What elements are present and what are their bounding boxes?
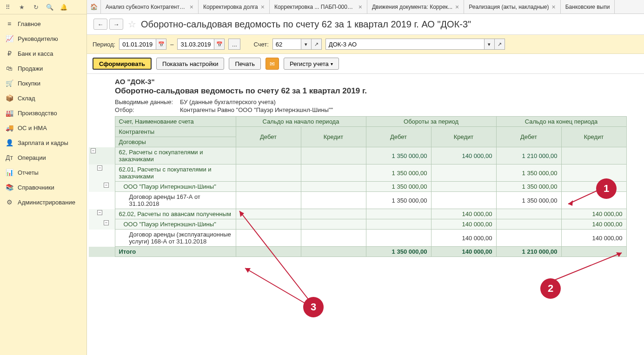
period-to-input[interactable] <box>178 39 214 49</box>
table-row[interactable]: − 62, Расчеты с покупателями и заказчика… <box>89 147 626 164</box>
sidebar-item[interactable]: ≡Главное <box>0 16 86 31</box>
collapse-icon[interactable]: − <box>104 183 109 188</box>
sidebar-item-label: Покупки <box>18 80 40 87</box>
cell <box>301 182 366 192</box>
org-input[interactable] <box>326 39 484 49</box>
cell <box>301 164 366 182</box>
org-open-icon[interactable]: ↗ <box>494 39 505 49</box>
cell <box>561 192 626 209</box>
forward-button[interactable]: → <box>109 19 123 30</box>
th-debit3: Дебет <box>496 127 561 147</box>
sidebar-item-label: Справочники <box>18 184 54 191</box>
table-row[interactable]: − ООО "Пауэр Интернэшнл-Шины" 1 350 000,… <box>89 182 626 192</box>
sidebar-item[interactable]: 🛒Покупки <box>0 76 86 91</box>
sidebar-item[interactable]: 🏭Производство <box>0 105 86 120</box>
period-from-input[interactable] <box>120 39 156 49</box>
table-row[interactable]: − 62.01, Расчеты с покупателями и заказч… <box>89 164 626 182</box>
sidebar-icon: ≡ <box>6 20 13 27</box>
sidebar-item-label: Операции <box>18 154 46 161</box>
sidebar-item[interactable]: ⚙Администрирование <box>0 195 86 210</box>
history-icon[interactable]: ↻ <box>32 3 40 11</box>
cell: 140 000,00 <box>431 230 496 247</box>
account-dropdown-icon[interactable]: ▾ <box>301 39 311 49</box>
account-input[interactable] <box>273 39 301 49</box>
calendar-from-icon[interactable]: 📅 <box>156 39 166 49</box>
table-row[interactable]: − ООО "Пауэр Интернэшнл-Шины" 140 000,00… <box>89 219 626 230</box>
cell <box>301 230 366 247</box>
th-turnover: Обороты за период <box>366 117 496 127</box>
back-button[interactable]: ← <box>93 19 107 30</box>
cell <box>561 164 626 182</box>
sidebar-item[interactable]: ₽Банк и касса <box>0 46 86 61</box>
sidebar-item-label: Отчеты <box>18 169 39 176</box>
tab-title: Корректировка долга <box>203 4 258 10</box>
apps-icon[interactable]: ⠿ <box>4 3 12 11</box>
sidebar-item[interactable]: ДтОперации <box>0 150 86 165</box>
sidebar-icon: ⚙ <box>6 198 13 206</box>
cell <box>236 182 301 192</box>
collapse-icon[interactable]: − <box>97 210 102 215</box>
sidebar-item-label: Производство <box>18 110 57 117</box>
sidebar-item[interactable]: 📊Отчеты <box>0 165 86 180</box>
cell <box>496 209 561 219</box>
cell <box>236 164 301 182</box>
period-toolbar: Период: 📅 – 📅 ... Счет: ▾ ↗ ▾ ↗ <box>87 35 644 54</box>
cell: 1 350 000,00 <box>366 192 431 209</box>
generate-button[interactable]: Сформировать <box>93 58 152 70</box>
sidebar-item[interactable]: 🚚ОС и НМА <box>0 120 86 135</box>
sidebar: ⠿ ★ ↻ 🔍 🔔 ≡Главное📈Руководителю₽Банк и к… <box>0 0 87 355</box>
sidebar-icon: 👤 <box>6 139 13 146</box>
collapse-icon[interactable]: − <box>104 220 109 225</box>
sidebar-item[interactable]: 📦Склад <box>0 91 86 105</box>
table-row[interactable]: Договор аренды 167-А от 31.10.2018 1 350… <box>89 192 626 209</box>
email-button[interactable]: ✉ <box>266 58 279 70</box>
cell: 1 210 000,00 <box>496 147 561 164</box>
sidebar-icon: 🏭 <box>6 109 13 117</box>
cell <box>301 147 366 164</box>
table-row[interactable]: Договор аренды (эксплуатационные услуги)… <box>89 230 626 247</box>
tab-title: Анализ субконто Контрагенты... <box>106 4 187 10</box>
close-icon[interactable]: × <box>455 3 459 11</box>
bell-icon[interactable]: 🔔 <box>60 3 68 11</box>
sidebar-icon: 🚚 <box>6 124 13 131</box>
tab[interactable]: Движения документа: Коррек...× <box>367 0 464 13</box>
tab[interactable]: Корректировка долга× <box>199 0 270 13</box>
print-button[interactable]: Печать <box>229 58 261 70</box>
collapse-icon[interactable]: − <box>97 165 102 171</box>
collapse-icon[interactable]: − <box>91 148 96 153</box>
settings-button[interactable]: Показать настройки <box>156 58 224 70</box>
sidebar-top-icons: ⠿ ★ ↻ 🔍 🔔 <box>0 0 86 14</box>
search-icon[interactable]: 🔍 <box>46 3 54 11</box>
sidebar-item[interactable]: 📈Руководителю <box>0 31 86 46</box>
action-toolbar: Сформировать Показать настройки Печать ✉… <box>87 54 644 74</box>
org-dropdown-icon[interactable]: ▾ <box>484 39 494 49</box>
company-name: АО "ДОК-3" <box>115 78 644 85</box>
cell <box>366 230 431 247</box>
row-name: ООО "Пауэр Интернэшнл-Шины" <box>115 182 236 192</box>
close-icon[interactable]: × <box>552 3 556 11</box>
tab[interactable]: Реализация (акты, накладные)× <box>464 0 560 13</box>
tab[interactable]: Анализ субконто Контрагенты...× <box>101 0 199 13</box>
sidebar-item[interactable]: 📚Справочники <box>0 180 86 195</box>
cell <box>236 230 301 247</box>
tab[interactable]: Банковские выпи <box>561 0 615 13</box>
sidebar-item-label: Главное <box>18 20 41 27</box>
sidebar-item[interactable]: 👤Зарплата и кадры <box>0 135 86 150</box>
close-icon[interactable]: × <box>261 3 265 11</box>
tab[interactable]: Корректировка ... ПАБП-000001× <box>270 0 367 13</box>
table-row[interactable]: − 62.02, Расчеты по авансам полученным 1… <box>89 209 626 219</box>
register-button[interactable]: Регистр учета▾ <box>284 58 339 70</box>
svg-line-6 <box>245 268 310 306</box>
sidebar-item[interactable]: 🛍Продажи <box>0 61 86 76</box>
sidebar-icon: 🛍 <box>6 65 13 72</box>
close-icon[interactable]: × <box>359 3 362 11</box>
account-open-icon[interactable]: ↗ <box>311 39 321 49</box>
sidebar-item-label: Администрирование <box>18 199 75 206</box>
star-icon[interactable]: ★ <box>18 3 26 11</box>
calendar-to-icon[interactable]: 📅 <box>214 39 224 49</box>
cell <box>301 192 366 209</box>
period-select-button[interactable]: ... <box>228 39 240 50</box>
close-icon[interactable]: × <box>190 3 193 11</box>
favorite-icon[interactable]: ☆ <box>128 19 136 30</box>
tab-home[interactable]: 🏠 <box>87 0 101 13</box>
